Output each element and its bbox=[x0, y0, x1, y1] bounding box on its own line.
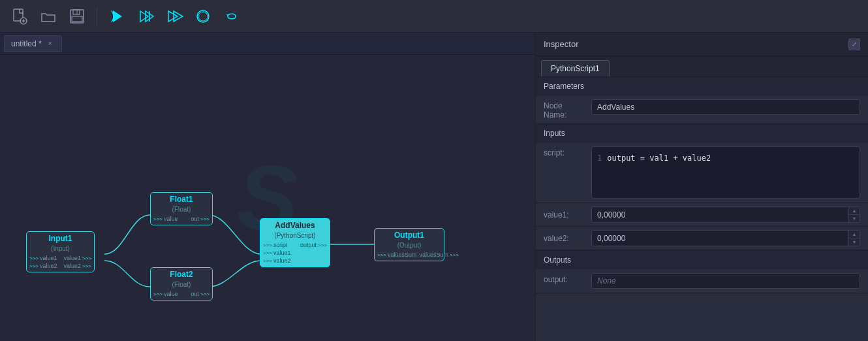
toolbar bbox=[0, 0, 868, 33]
value2-input[interactable] bbox=[592, 232, 848, 245]
outputs-section: Outputs output: None bbox=[536, 251, 868, 293]
inspector-tabs: PythonScript1 bbox=[536, 56, 868, 77]
script-code-block[interactable]: 1output = val1 + value2 bbox=[591, 146, 860, 199]
outputs-header: Outputs bbox=[536, 251, 868, 269]
output1-title: Output1 bbox=[375, 229, 444, 242]
run-step-icon[interactable] bbox=[134, 5, 157, 28]
inspector-header: Inspector ⤢ bbox=[536, 33, 868, 56]
svg-rect-6 bbox=[72, 16, 82, 22]
svg-rect-5 bbox=[73, 10, 80, 14]
input1-left-ports: >>> value1 >>> value2 bbox=[29, 255, 57, 269]
script-row: script: 1output = val1 + value2 bbox=[536, 142, 868, 203]
parameters-section: Parameters Node Name: AddValues bbox=[536, 77, 868, 124]
inspector-content: Parameters Node Name: AddValues Inputs s… bbox=[536, 77, 868, 341]
float1-right-ports: out >>> bbox=[191, 216, 209, 222]
input1-title: Input1 bbox=[27, 232, 94, 245]
canvas-area: untitled * × S Input1 bbox=[0, 33, 535, 341]
output1-node[interactable]: Output1 (Output) >>> valuesSum valuesSum… bbox=[374, 228, 444, 261]
output1-right-ports: valuesSum >>> bbox=[420, 252, 459, 258]
node-canvas[interactable]: S Input1 (Input) bbox=[0, 55, 535, 341]
value1-spinners: ▲ ▼ bbox=[848, 207, 860, 222]
value2-input-wrap: ▲ ▼ bbox=[591, 230, 860, 246]
float2-left-ports: >>> value bbox=[153, 291, 178, 297]
main-area: untitled * × S Input1 bbox=[0, 33, 868, 341]
value2-increment-button[interactable]: ▲ bbox=[849, 231, 860, 238]
value2-label: value2: bbox=[544, 234, 586, 243]
value1-input[interactable] bbox=[592, 208, 848, 221]
inspector-expand-button[interactable]: ⤢ bbox=[848, 39, 860, 50]
float2-right-ports: out >>> bbox=[191, 291, 209, 297]
float1-left-ports: >>> value bbox=[153, 216, 178, 222]
line-number-1: 1 bbox=[597, 154, 602, 163]
addvalues-right-ports: output >>> bbox=[300, 242, 327, 264]
tab-python-script-1[interactable]: PythonScript1 bbox=[541, 60, 610, 76]
addvalues-node[interactable]: AddValues (PythonScript) >>> script >>> … bbox=[260, 218, 330, 267]
svg-marker-9 bbox=[140, 11, 148, 22]
float2-title: Float2 bbox=[151, 268, 212, 281]
connections-svg bbox=[0, 55, 535, 341]
parameters-header: Parameters bbox=[536, 77, 868, 95]
addvalues-subtitle: (PythonScript) bbox=[260, 232, 330, 240]
output-row: output: None bbox=[536, 269, 868, 293]
addvalues-title: AddValues bbox=[260, 219, 330, 232]
inspector-title: Inspector bbox=[544, 39, 578, 49]
value2-row: value2: ▲ ▼ bbox=[536, 227, 868, 250]
value1-label: value1: bbox=[544, 210, 586, 219]
toolbar-separator-1 bbox=[97, 7, 97, 25]
save-file-icon[interactable] bbox=[65, 5, 89, 28]
value2-spinners: ▲ ▼ bbox=[848, 231, 860, 246]
float1-subtitle: (Float) bbox=[151, 206, 212, 214]
input1-right-ports: value1 >>> value2 >>> bbox=[63, 255, 91, 269]
untitled-tab[interactable]: untitled * × bbox=[4, 35, 62, 52]
tab-bar: untitled * × bbox=[0, 33, 535, 55]
tab-close-button[interactable]: × bbox=[46, 39, 55, 48]
inspector-panel: Inspector ⤢ PythonScript1 Parameters Nod… bbox=[535, 33, 868, 341]
open-file-icon[interactable] bbox=[37, 5, 60, 28]
output-value: None bbox=[591, 273, 860, 289]
new-file-icon[interactable] bbox=[8, 5, 31, 28]
node-name-row: Node Name: AddValues bbox=[536, 95, 868, 123]
svg-point-14 bbox=[197, 10, 209, 22]
input1-subtitle: (Input) bbox=[27, 245, 94, 253]
output1-subtitle: (Output) bbox=[375, 242, 444, 250]
script-label: script: bbox=[544, 146, 586, 157]
input1-node[interactable]: Input1 (Input) >>> value1 >>> value2 bbox=[26, 231, 95, 272]
node-name-label: Node Name: bbox=[544, 99, 586, 120]
float1-title: Float1 bbox=[151, 193, 212, 206]
inputs-section: Inputs script: 1output = val1 + value2 v… bbox=[536, 124, 868, 251]
value2-decrement-button[interactable]: ▼ bbox=[849, 238, 860, 246]
float2-subtitle: (Float) bbox=[151, 281, 212, 289]
value1-increment-button[interactable]: ▲ bbox=[849, 207, 860, 214]
inputs-header: Inputs bbox=[536, 124, 868, 142]
run-fast-icon[interactable] bbox=[163, 5, 186, 28]
value1-row: value1: ▲ ▼ bbox=[536, 203, 868, 227]
run-icon[interactable] bbox=[105, 5, 129, 28]
node-name-value[interactable]: AddValues bbox=[591, 99, 860, 115]
value1-decrement-button[interactable]: ▼ bbox=[849, 215, 860, 222]
svg-marker-15 bbox=[226, 14, 229, 16]
value1-input-wrap: ▲ ▼ bbox=[591, 206, 860, 223]
code-text: output = val1 + value2 bbox=[607, 154, 711, 163]
float2-node[interactable]: Float2 (Float) >>> value out >>> bbox=[150, 267, 213, 300]
output1-left-ports: >>> valuesSum bbox=[377, 252, 417, 258]
addvalues-left-ports: >>> script >>> value1 >>> value2 bbox=[263, 242, 291, 264]
stop-icon[interactable] bbox=[191, 5, 215, 28]
float1-node[interactable]: Float1 (Float) >>> value out >>> bbox=[150, 192, 213, 225]
loop-icon[interactable] bbox=[220, 5, 243, 28]
tab-label: untitled * bbox=[11, 39, 42, 48]
output-label: output: bbox=[544, 273, 586, 284]
